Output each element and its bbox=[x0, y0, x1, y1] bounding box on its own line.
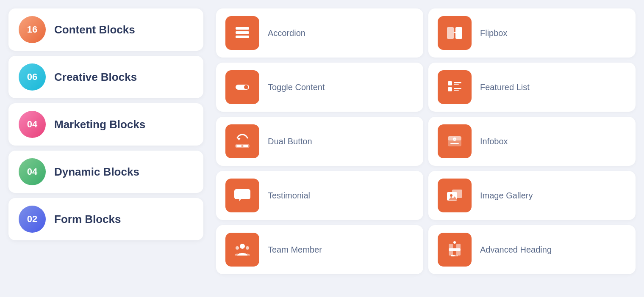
svg-rect-14 bbox=[236, 145, 242, 147]
svg-rect-9 bbox=[454, 84, 459, 85]
accordion-icon bbox=[225, 16, 259, 50]
image-gallery-icon bbox=[438, 179, 472, 212]
badge-form: 02 bbox=[19, 206, 46, 233]
svg-rect-2 bbox=[236, 36, 249, 38]
accordion-label: Accordion bbox=[268, 28, 305, 38]
block-flipbox[interactable]: Flipbox bbox=[428, 8, 636, 58]
svg-point-23 bbox=[239, 193, 240, 195]
svg-rect-7 bbox=[448, 81, 452, 85]
svg-rect-11 bbox=[454, 88, 461, 89]
svg-point-30 bbox=[236, 246, 239, 250]
svg-rect-12 bbox=[454, 90, 459, 91]
svg-point-6 bbox=[244, 85, 248, 89]
svg-rect-36 bbox=[455, 255, 458, 256]
svg-rect-27 bbox=[452, 190, 462, 198]
main-container: 16Content Blocks06Creative Blocks04Marke… bbox=[8, 8, 636, 274]
label-creative: Creative Blocks bbox=[54, 71, 137, 84]
block-testimonial[interactable]: Testimonial bbox=[216, 171, 423, 220]
label-dynamic: Dynamic Blocks bbox=[54, 165, 139, 179]
block-dual-button[interactable]: Dual Button bbox=[216, 117, 423, 166]
left-panel: 16Content Blocks06Creative Blocks04Marke… bbox=[8, 8, 203, 274]
svg-point-25 bbox=[244, 193, 246, 195]
category-marketing[interactable]: 04Marketing Blocks bbox=[8, 103, 203, 146]
category-form[interactable]: 02Form Blocks bbox=[8, 198, 203, 240]
featured-list-icon bbox=[438, 70, 472, 104]
dual-button-label: Dual Button bbox=[268, 137, 312, 146]
svg-point-29 bbox=[240, 244, 245, 249]
badge-creative: 06 bbox=[19, 63, 46, 91]
toggle-content-icon bbox=[225, 70, 259, 104]
badge-marketing: 04 bbox=[19, 111, 46, 138]
category-dynamic[interactable]: 04Dynamic Blocks bbox=[8, 151, 203, 193]
block-accordion[interactable]: Accordion bbox=[216, 8, 423, 58]
block-team-member[interactable]: Team Member bbox=[216, 225, 423, 274]
dual-button-icon bbox=[225, 124, 259, 158]
image-gallery-label: Image Gallery bbox=[480, 191, 533, 201]
block-toggle-content[interactable]: Toggle Content bbox=[216, 63, 423, 112]
badge-content: 16 bbox=[19, 16, 46, 43]
svg-rect-8 bbox=[454, 82, 461, 83]
infobox-label: Infobox bbox=[480, 137, 508, 146]
svg-rect-0 bbox=[236, 27, 249, 30]
label-form: Form Blocks bbox=[54, 213, 121, 226]
svg-point-31 bbox=[246, 246, 249, 250]
team-member-label: Team Member bbox=[268, 245, 322, 255]
block-advanced-heading[interactable]: Advanced Heading bbox=[428, 225, 636, 274]
category-creative[interactable]: 06Creative Blocks bbox=[8, 56, 203, 98]
right-panel: Accordion Flipbox Toggle Content Feature… bbox=[216, 8, 636, 274]
testimonial-icon bbox=[225, 179, 259, 212]
block-image-gallery[interactable]: Image Gallery bbox=[428, 171, 636, 220]
infobox-icon: = bbox=[438, 124, 472, 158]
svg-rect-4 bbox=[455, 27, 462, 39]
flipbox-icon bbox=[438, 16, 472, 50]
svg-point-28 bbox=[450, 194, 452, 197]
advanced-heading-icon bbox=[438, 233, 472, 267]
svg-text:=: = bbox=[454, 138, 455, 141]
toggle-content-label: Toggle Content bbox=[268, 82, 325, 92]
svg-rect-10 bbox=[448, 87, 452, 91]
block-infobox[interactable]: = Infobox bbox=[428, 117, 636, 166]
svg-rect-3 bbox=[447, 27, 454, 39]
advanced-heading-label: Advanced Heading bbox=[480, 245, 552, 255]
svg-point-37 bbox=[453, 241, 456, 244]
svg-point-24 bbox=[242, 193, 243, 195]
svg-rect-18 bbox=[450, 143, 459, 144]
svg-rect-34 bbox=[456, 244, 461, 256]
testimonial-label: Testimonial bbox=[268, 191, 310, 201]
svg-rect-1 bbox=[236, 31, 249, 34]
svg-rect-15 bbox=[243, 145, 248, 147]
label-marketing: Marketing Blocks bbox=[54, 118, 145, 131]
svg-rect-35 bbox=[451, 255, 455, 256]
block-featured-list[interactable]: Featured List bbox=[428, 63, 636, 112]
badge-dynamic: 04 bbox=[19, 158, 46, 185]
team-member-icon bbox=[225, 233, 259, 267]
category-content[interactable]: 16Content Blocks bbox=[8, 8, 203, 51]
label-content: Content Blocks bbox=[54, 23, 135, 36]
flipbox-label: Flipbox bbox=[480, 28, 507, 38]
featured-list-label: Featured List bbox=[480, 82, 530, 92]
